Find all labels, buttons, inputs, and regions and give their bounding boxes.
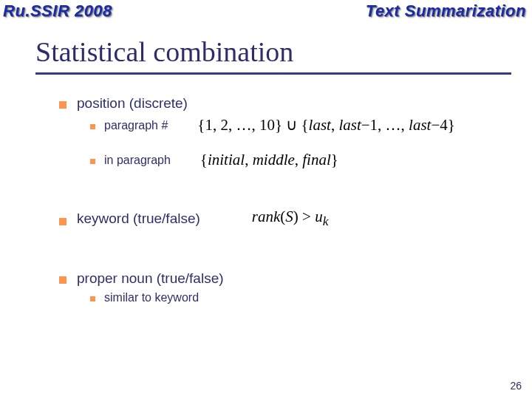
bullet-icon <box>90 159 95 164</box>
bullet-icon <box>59 218 66 225</box>
subitem-label: in paragraph <box>104 154 171 167</box>
formula-keyword: rank(S) > uk <box>252 208 329 229</box>
item-label: position (discrete) <box>77 95 188 112</box>
bullet-icon <box>90 296 95 301</box>
item-label: proper noun (true/false) <box>77 270 224 287</box>
subitem-label: similar to keyword <box>104 291 199 304</box>
slide-header: Ru.SSIR 2008 Text Summarization <box>0 0 532 21</box>
slide-body: position (discrete) paragraph # {1, 2, …… <box>0 75 532 304</box>
bullet-icon <box>59 276 66 284</box>
item-label: keyword (true/false) <box>77 211 200 227</box>
item-proper-noun: proper noun (true/false) <box>59 270 517 287</box>
subitem-paragraph-num: paragraph # {1, 2, …, 10} ∪ {last, last−… <box>59 116 517 134</box>
formula-paragraph-num: {1, 2, …, 10} ∪ {last, last−1, …, last−4… <box>197 116 455 134</box>
item-position: position (discrete) <box>59 95 517 112</box>
slide-title: Statistical combination <box>0 21 532 72</box>
formula-in-paragraph: {initial, middle, final} <box>200 151 338 169</box>
subitem-similar-keyword: similar to keyword <box>59 291 517 304</box>
header-right: Text Summarization <box>366 1 526 21</box>
page-number: 26 <box>510 380 522 392</box>
subitem-label: paragraph # <box>104 119 168 132</box>
header-left: Ru.SSIR 2008 <box>3 1 112 21</box>
subitem-in-paragraph: in paragraph {initial, middle, final} <box>59 151 517 169</box>
item-keyword: keyword (true/false) rank(S) > uk <box>59 208 517 229</box>
bullet-icon <box>90 124 95 129</box>
bullet-icon <box>59 101 66 109</box>
